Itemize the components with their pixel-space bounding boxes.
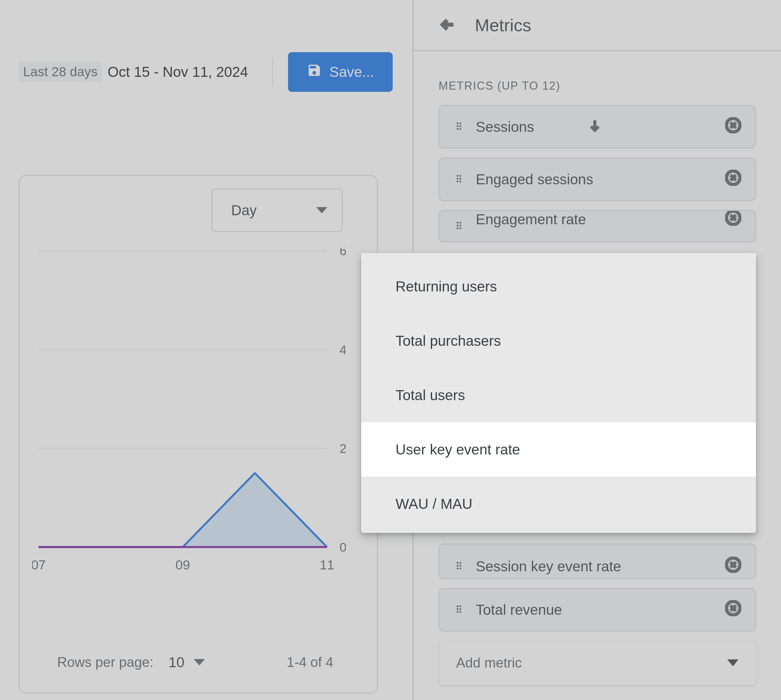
svg-text:11: 11: [320, 558, 334, 572]
dropdown-item-total-users[interactable]: Total users: [361, 368, 756, 422]
chevron-down-icon: [316, 207, 327, 213]
svg-point-15: [457, 128, 459, 130]
metric-chip-label: Engagement rate: [476, 211, 714, 228]
svg-point-33: [459, 562, 461, 564]
metric-chip-sessions[interactable]: Sessions: [439, 105, 756, 149]
svg-point-26: [459, 222, 461, 223]
metric-chip-total-revenue[interactable]: Total revenue: [439, 588, 756, 632]
add-metric-label: Add metric: [456, 655, 522, 671]
svg-point-44: [459, 611, 461, 613]
svg-point-37: [459, 568, 461, 570]
metrics-section-label: METRICS (UP TO 12): [414, 51, 781, 105]
metric-chip-label: Total revenue: [476, 601, 714, 618]
svg-text:6: 6: [340, 248, 346, 258]
svg-point-14: [459, 125, 461, 127]
metric-chip-session-key-event-rate[interactable]: Session key event rate: [439, 543, 756, 579]
save-icon: [307, 63, 322, 81]
remove-metric-icon[interactable]: [725, 210, 741, 229]
svg-point-43: [457, 611, 459, 613]
svg-point-20: [457, 178, 459, 180]
svg-point-30: [459, 227, 461, 229]
rows-per-page-label: Rows per page:: [57, 654, 154, 670]
chevron-down-icon: [194, 659, 205, 665]
metric-chip-label: Sessions: [476, 118, 576, 135]
svg-point-16: [459, 128, 461, 130]
svg-point-39: [457, 605, 459, 607]
metric-chip-label: Engaged sessions: [476, 171, 714, 188]
svg-point-13: [457, 125, 459, 127]
svg-point-11: [457, 122, 459, 124]
dropdown-item-label: Returning users: [396, 278, 497, 295]
pagination-range: 1-4 of 4: [287, 654, 333, 670]
drag-handle-icon[interactable]: [453, 218, 464, 235]
svg-point-23: [459, 180, 461, 182]
table-pager: Rows per page: 10 1-4 of 4: [57, 654, 333, 671]
metric-chip-engagement-rate[interactable]: Engagement rate: [439, 210, 756, 242]
drag-handle-icon[interactable]: [453, 601, 464, 618]
svg-point-41: [457, 608, 459, 610]
dropdown-item-label: User key event rate: [396, 441, 520, 458]
granularity-value: Day: [231, 202, 257, 218]
granularity-select[interactable]: Day: [212, 188, 343, 232]
add-metric-button[interactable]: Add metric: [439, 640, 756, 685]
save-button-label: Save...: [329, 63, 374, 80]
svg-text:07: 07: [32, 558, 46, 572]
svg-point-28: [459, 225, 461, 227]
date-preset-chip[interactable]: Last 28 days: [19, 62, 102, 82]
date-range[interactable]: Oct 15 - Nov 11, 2024: [107, 63, 248, 80]
svg-point-25: [457, 222, 459, 223]
remove-metric-icon[interactable]: [725, 117, 741, 137]
remove-metric-icon[interactable]: [725, 600, 741, 620]
svg-point-29: [457, 227, 459, 229]
svg-point-40: [459, 605, 461, 607]
svg-point-36: [457, 568, 459, 570]
svg-point-18: [457, 175, 459, 177]
explore-report-area: Last 28 days Oct 15 - Nov 11, 2024 Save.…: [0, 0, 412, 700]
back-arrow-icon[interactable]: [439, 15, 457, 35]
rows-per-page-value: 10: [169, 654, 184, 671]
svg-point-19: [459, 175, 461, 177]
sort-desc-icon[interactable]: [587, 118, 602, 136]
svg-text:09: 09: [175, 558, 190, 572]
svg-point-35: [459, 565, 461, 567]
panel-title: Metrics: [475, 15, 531, 35]
chart-plot: 0246070911: [32, 248, 346, 573]
svg-text:4: 4: [340, 342, 346, 357]
metric-chip-label: Session key event rate: [476, 558, 714, 575]
chart-card: Day 0246070911 Rows per page: 10 1-4 of …: [19, 175, 378, 693]
dropdown-item-label: Total purchasers: [396, 332, 501, 349]
metric-chip-engaged-sessions[interactable]: Engaged sessions: [439, 157, 756, 201]
add-metric-dropdown[interactable]: Returning users Total purchasers Total u…: [361, 253, 756, 533]
dropdown-item-wau-mau[interactable]: WAU / MAU: [361, 477, 756, 531]
svg-point-22: [457, 180, 459, 182]
drag-handle-icon[interactable]: [453, 118, 464, 135]
chevron-down-icon: [727, 659, 739, 666]
rows-per-page-select[interactable]: 10: [169, 654, 205, 671]
svg-point-27: [457, 225, 459, 227]
svg-point-42: [459, 608, 461, 610]
panel-header: Metrics: [414, 0, 781, 51]
svg-point-12: [459, 122, 461, 124]
dropdown-item-label: Total users: [396, 387, 465, 403]
drag-handle-icon[interactable]: [453, 171, 464, 188]
svg-text:0: 0: [340, 540, 346, 554]
svg-point-21: [459, 178, 461, 180]
remove-metric-icon[interactable]: [725, 170, 741, 189]
remove-metric-icon[interactable]: [725, 557, 741, 576]
report-toolbar: Last 28 days Oct 15 - Nov 11, 2024 Save.…: [19, 50, 394, 94]
dropdown-item-total-purchasers[interactable]: Total purchasers: [361, 313, 756, 368]
svg-point-32: [457, 562, 459, 564]
drag-handle-icon[interactable]: [453, 558, 464, 575]
toolbar-divider: [272, 58, 273, 86]
dropdown-item-label: WAU / MAU: [396, 495, 472, 512]
dropdown-item-returning-users[interactable]: Returning users: [361, 259, 756, 313]
dropdown-item-user-key-event-rate[interactable]: User key event rate: [361, 422, 756, 477]
svg-text:2: 2: [340, 441, 346, 455]
svg-point-34: [457, 565, 459, 567]
save-button[interactable]: Save...: [288, 52, 393, 92]
